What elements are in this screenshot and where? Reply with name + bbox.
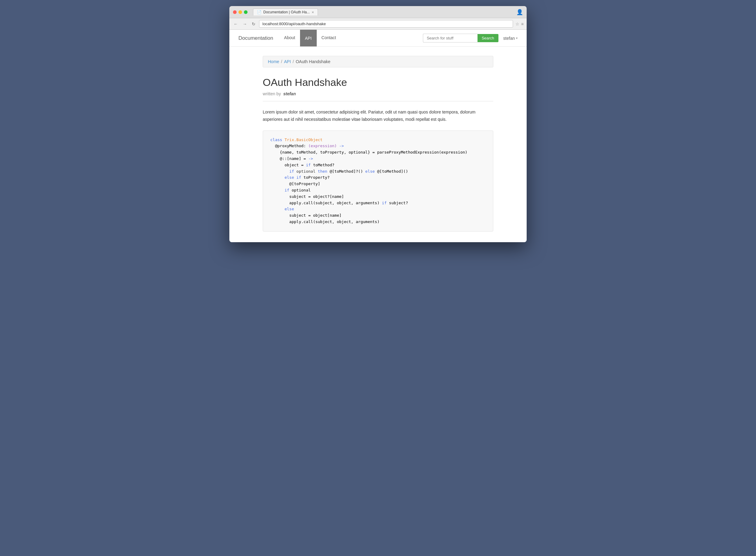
author-name: stefan — [283, 91, 296, 96]
code-line-12: subject = object?[name] — [270, 194, 486, 200]
tab-close-icon[interactable]: ✕ — [312, 11, 314, 14]
code-content: class Trix.BasicObject @proxyMethod: (ex… — [270, 137, 486, 225]
site-navbar: Documentation About API Contact Search s… — [229, 30, 527, 47]
browser-window: 📄 Documentation | OAuth Ha... ✕ 👤 ← → ↻ … — [229, 6, 527, 242]
address-text: localhost:8000/api/oauth-handshake — [262, 22, 326, 26]
written-by-label: written by — [263, 91, 281, 96]
breadcrumb-sep-1: / — [281, 59, 282, 64]
code-line-16: apply.call(subject, object, arguments) — [270, 219, 486, 225]
tab-icon: 📄 — [257, 10, 261, 14]
site-nav-links: About API Contact — [279, 30, 341, 46]
dot-yellow[interactable] — [239, 10, 242, 14]
code-line-11: if optional — [270, 187, 486, 194]
code-line-7: if optional then @[toMethod]?() else @[t… — [270, 168, 486, 175]
breadcrumb: Home / API / OAuth Handshake — [263, 56, 493, 67]
dot-red[interactable] — [233, 10, 237, 14]
title-divider — [263, 101, 493, 101]
code-line-15: subject = object[name] — [270, 212, 486, 219]
site-search-area: Search stefan ▾ — [423, 34, 517, 42]
code-line-2: @proxyMethod: (expression) -> — [270, 143, 486, 149]
browser-titlebar: 📄 Documentation | OAuth Ha... ✕ 👤 — [229, 6, 527, 18]
code-line-1: class Trix.BasicObject — [270, 137, 486, 143]
breadcrumb-home[interactable]: Home — [268, 59, 279, 64]
browser-actions: ☆ ≡ — [515, 22, 524, 26]
page-title: OAuth Handshake — [263, 76, 493, 88]
back-button[interactable]: ← — [232, 21, 239, 27]
browser-profile-icon: 👤 — [516, 9, 523, 15]
address-bar[interactable]: localhost:8000/api/oauth-handshake — [259, 20, 513, 28]
code-line-5: @::[name] = -> — [270, 156, 486, 162]
code-line-13: apply.call(subject, object, arguments) i… — [270, 200, 486, 206]
user-label: stefan — [503, 36, 515, 41]
breadcrumb-current: OAuth Handshake — [296, 59, 330, 64]
menu-icon[interactable]: ≡ — [521, 22, 524, 26]
refresh-button[interactable]: ↻ — [251, 21, 257, 27]
dot-green[interactable] — [244, 10, 248, 14]
article-description: Lorem ipsum dolor sit amet, consectetur … — [263, 109, 493, 123]
user-menu[interactable]: stefan ▾ — [503, 36, 517, 41]
nav-about[interactable]: About — [279, 30, 300, 46]
browser-toolbar: ← → ↻ localhost:8000/api/oauth-handshake… — [229, 18, 527, 30]
article: OAuth Handshake written by stefan Lorem … — [263, 76, 493, 232]
browser-tab[interactable]: 📄 Documentation | OAuth Ha... ✕ — [253, 8, 318, 15]
forward-button[interactable]: → — [242, 21, 248, 27]
code-block: class Trix.BasicObject @proxyMethod: (ex… — [263, 131, 493, 232]
code-line-6: object = if toMethod? — [270, 162, 486, 168]
nav-contact[interactable]: Contact — [317, 30, 341, 46]
code-line-14: else — [270, 206, 486, 212]
code-line-9: @[toProperty] — [270, 181, 486, 187]
written-by: written by stefan — [263, 91, 493, 96]
code-line-8: else if toProperty? — [270, 175, 486, 181]
site-brand: Documentation — [239, 35, 273, 41]
search-button[interactable]: Search — [477, 34, 498, 42]
page-content: Documentation About API Contact Search s… — [229, 30, 527, 242]
breadcrumb-api[interactable]: API — [284, 59, 291, 64]
search-input[interactable] — [423, 34, 477, 42]
main-content: Home / API / OAuth Handshake OAuth Hands… — [257, 47, 499, 241]
caret-down-icon: ▾ — [516, 36, 517, 40]
tab-title: Documentation | OAuth Ha... — [263, 10, 310, 14]
bookmark-icon[interactable]: ☆ — [515, 22, 519, 26]
breadcrumb-sep-2: / — [293, 59, 294, 64]
browser-dots — [233, 10, 248, 14]
code-line-3: {name, toMethod, toProperty, optional} =… — [270, 149, 486, 156]
nav-api[interactable]: API — [300, 30, 317, 46]
